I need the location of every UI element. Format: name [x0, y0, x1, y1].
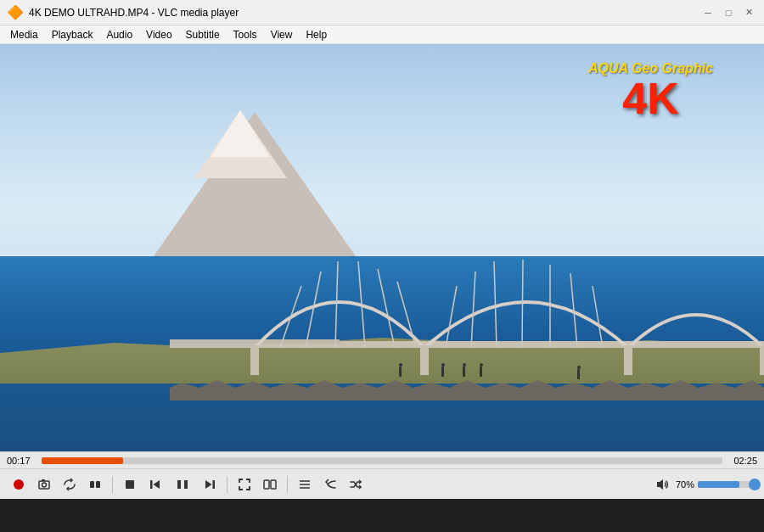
svg-marker-33 [154, 480, 160, 489]
video-area[interactable]: AQUA Geo Graphic 4K [0, 44, 764, 451]
mountain-snow-cap [211, 110, 270, 157]
volume-icon [655, 478, 669, 491]
svg-rect-36 [213, 480, 216, 489]
close-button[interactable]: ✕ [740, 4, 757, 21]
volume-fill [698, 481, 739, 488]
loop-icon [63, 478, 76, 491]
prev-icon [149, 478, 162, 491]
overlay-text: AQUA Geo Graphic 4K [588, 61, 713, 120]
fullscreen-icon [238, 478, 251, 491]
current-time: 00:17 [7, 456, 37, 466]
volume-label: 70% [676, 479, 694, 490]
shuffle-button[interactable] [344, 473, 368, 496]
next-icon [203, 478, 216, 491]
bridge [170, 239, 764, 375]
controls-bar: 70% [0, 468, 764, 499]
total-time: 02:25 [727, 456, 757, 466]
svg-rect-29 [90, 481, 94, 488]
volume-area: 70% [652, 474, 757, 495]
fullscreen-button[interactable] [233, 473, 256, 496]
menu-help[interactable]: Help [299, 25, 334, 43]
screenshot-icon [37, 478, 51, 491]
svg-point-25 [14, 479, 24, 490]
progress-track[interactable] [42, 457, 722, 464]
menu-playback[interactable]: Playback [45, 25, 100, 43]
separator-2 [227, 476, 228, 493]
svg-rect-31 [126, 480, 134, 489]
separator-3 [287, 476, 288, 493]
title-bar: 🔶 4K DEMO ULTRAHD.MP4 - VLC media player… [0, 0, 764, 25]
window-title: 4K DEMO ULTRAHD.MP4 - VLC media player [29, 7, 239, 19]
svg-line-2 [280, 286, 301, 348]
frame-by-frame-button[interactable] [83, 473, 107, 496]
svg-rect-15 [250, 345, 259, 375]
svg-rect-38 [264, 480, 269, 489]
volume-button[interactable] [652, 474, 672, 495]
svg-marker-43 [657, 479, 663, 490]
prev-button[interactable] [143, 473, 167, 496]
window-controls: ─ □ ✕ [699, 4, 757, 21]
menu-video[interactable]: Video [139, 25, 178, 43]
vlc-logo: 🔶 [7, 4, 24, 20]
svg-rect-39 [271, 480, 276, 489]
svg-line-8 [446, 286, 457, 348]
svg-rect-34 [177, 480, 181, 489]
menu-subtitle[interactable]: Subtitle [179, 25, 227, 43]
svg-rect-28 [42, 479, 45, 481]
svg-line-14 [593, 286, 603, 348]
rewind-icon [323, 478, 337, 491]
svg-line-11 [522, 260, 523, 348]
svg-rect-17 [624, 345, 632, 375]
svg-line-7 [397, 282, 416, 348]
svg-rect-18 [760, 345, 764, 375]
svg-line-6 [378, 269, 395, 348]
progress-fill [42, 457, 123, 464]
menu-view[interactable]: View [264, 25, 300, 43]
stop-icon [123, 478, 137, 491]
person-2 [441, 367, 444, 377]
volume-track[interactable] [698, 481, 757, 488]
record-icon [12, 478, 25, 491]
svg-point-27 [42, 483, 47, 487]
next-button[interactable] [198, 473, 222, 496]
minimize-button[interactable]: ─ [699, 4, 716, 21]
person-4 [480, 367, 482, 377]
record-button[interactable] [7, 473, 31, 496]
menu-bar: Media Playback Audio Video Subtitle Tool… [0, 25, 764, 44]
separator-1 [112, 476, 113, 493]
svg-rect-30 [96, 481, 100, 488]
menu-tools[interactable]: Tools [227, 25, 264, 43]
title-left: 🔶 4K DEMO ULTRAHD.MP4 - VLC media player [7, 4, 239, 20]
svg-line-4 [335, 261, 338, 348]
person-1 [399, 367, 402, 377]
person-3 [463, 367, 465, 377]
menu-media[interactable]: Media [3, 25, 45, 43]
svg-line-9 [471, 272, 475, 348]
play-pause-icon [176, 478, 189, 491]
loop-button[interactable] [58, 473, 81, 496]
play-pause-button[interactable] [169, 471, 196, 498]
rewind-button[interactable] [318, 473, 342, 496]
four-k-text: 4K [588, 76, 713, 120]
svg-rect-32 [150, 480, 153, 489]
extended-icon [263, 478, 277, 491]
svg-rect-35 [184, 480, 188, 489]
stop-button[interactable] [118, 473, 142, 496]
playlist-icon [298, 478, 312, 491]
volume-handle[interactable] [749, 479, 761, 490]
playlist-button[interactable] [293, 473, 317, 496]
menu-audio[interactable]: Audio [99, 25, 139, 43]
progress-area: 00:17 02:25 [0, 451, 764, 468]
svg-rect-16 [420, 345, 429, 375]
shuffle-icon [349, 478, 362, 491]
extended-settings-button[interactable] [258, 473, 282, 496]
svg-marker-37 [205, 480, 212, 489]
person-5 [577, 369, 580, 379]
frame-icon [88, 478, 102, 491]
screenshot-button[interactable] [32, 473, 56, 496]
maximize-button[interactable]: □ [720, 4, 737, 21]
